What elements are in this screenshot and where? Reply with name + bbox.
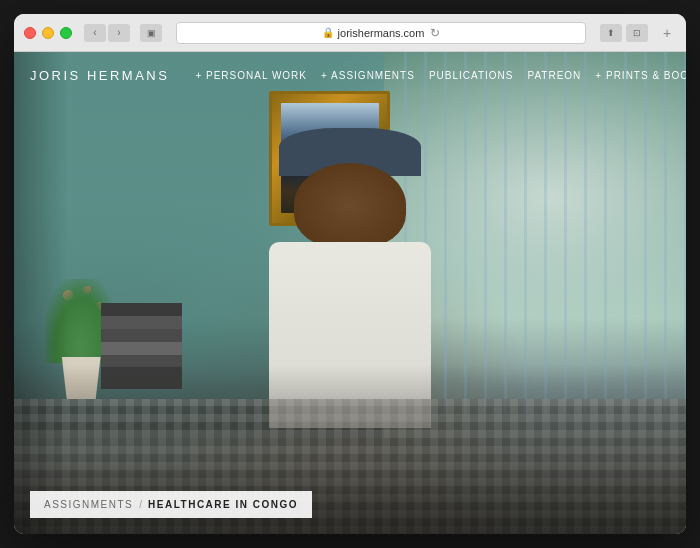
add-icon: +	[663, 25, 671, 41]
nav-assignments[interactable]: + ASSIGNMENTS	[315, 66, 421, 85]
doctor-head	[294, 163, 407, 248]
address-bar[interactable]: 🔒 jorishermans.com ↻	[176, 22, 586, 44]
nav-menu: + PERSONAL WORK + ASSIGNMENTS PUBLICATIO…	[189, 66, 686, 85]
share-button[interactable]: ⬆	[600, 24, 622, 42]
fullscreen-button[interactable]: ⊡	[626, 24, 648, 42]
minimize-button[interactable]	[42, 27, 54, 39]
tab-button[interactable]: ▣	[140, 24, 162, 42]
nav-personal-work[interactable]: + PERSONAL WORK	[189, 66, 313, 85]
caption-slash: /	[139, 499, 142, 510]
browser-actions: ⬆ ⊡	[600, 24, 648, 42]
refresh-icon: ↻	[430, 26, 440, 40]
back-icon: ‹	[93, 27, 96, 38]
browser-chrome: ‹ › ▣ 🔒 jorishermans.com ↻ ⬆ ⊡ +	[14, 14, 686, 52]
tab-icon: ▣	[147, 28, 156, 38]
fullscreen-icon: ⊡	[633, 28, 641, 38]
caption-title: HEALTHCARE IN CONGO	[148, 499, 298, 510]
caption-section: ASSIGNMENTS	[44, 499, 133, 510]
browser-window: ‹ › ▣ 🔒 jorishermans.com ↻ ⬆ ⊡ +	[14, 14, 686, 534]
forward-icon: ›	[117, 27, 120, 38]
site-logo: JORIS HERMANS	[30, 68, 169, 83]
close-button[interactable]	[24, 27, 36, 39]
maximize-button[interactable]	[60, 27, 72, 39]
site-navigation: JORIS HERMANS + PERSONAL WORK + ASSIGNME…	[14, 52, 686, 98]
traffic-lights	[24, 27, 72, 39]
website-content: JORIS HERMANS + PERSONAL WORK + ASSIGNME…	[14, 52, 686, 534]
nav-buttons: ‹ ›	[84, 24, 130, 42]
add-tab-button[interactable]: +	[658, 24, 676, 42]
forward-button[interactable]: ›	[108, 24, 130, 42]
nav-prints-books[interactable]: + PRINTS & BOOKS	[589, 66, 686, 85]
url-text: jorishermans.com	[338, 27, 425, 39]
hero-image: JORIS HERMANS + PERSONAL WORK + ASSIGNME…	[14, 52, 686, 534]
nav-patreon[interactable]: PATREON	[521, 66, 587, 85]
back-button[interactable]: ‹	[84, 24, 106, 42]
caption-bar: ASSIGNMENTS / HEALTHCARE IN CONGO	[30, 491, 312, 518]
nav-publications[interactable]: PUBLICATIONS	[423, 66, 520, 85]
lock-icon: 🔒	[322, 27, 334, 38]
share-icon: ⬆	[607, 28, 615, 38]
